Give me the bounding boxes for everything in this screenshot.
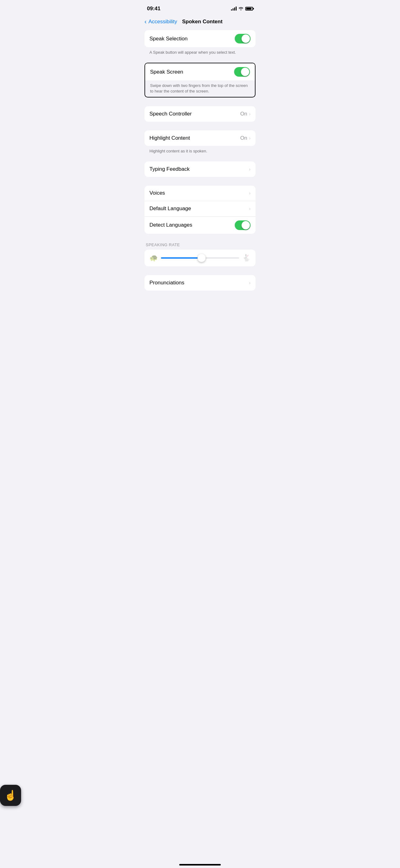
status-bar: 09:41: [139, 0, 261, 16]
speak-screen-group: Speak Screen Swipe down with two fingers…: [144, 63, 256, 97]
gap-3: [144, 180, 256, 186]
speak-screen-label: Speak Screen: [150, 69, 183, 75]
gap-1: [144, 100, 256, 106]
speaking-rate-track[interactable]: [161, 257, 239, 258]
pronunciations-right: ›: [249, 280, 251, 285]
speech-controller-label: Speech Controller: [149, 111, 192, 117]
detect-languages-toggle[interactable]: [235, 220, 251, 230]
typing-feedback-card: Typing Feedback ›: [144, 161, 256, 177]
speak-screen-card: Speak Screen: [145, 63, 255, 81]
back-button[interactable]: ‹ Accessibility: [144, 18, 177, 25]
typing-feedback-row[interactable]: Typing Feedback ›: [144, 161, 256, 177]
toggle-knob-detect: [241, 221, 250, 229]
nav-header: ‹ Accessibility Spoken Content: [139, 16, 261, 30]
voices-group: Voices › Default Language › Detect Langu…: [144, 186, 256, 234]
typing-feedback-label: Typing Feedback: [149, 166, 190, 172]
back-label: Accessibility: [148, 19, 177, 25]
speaking-rate-group: SPEAKING RATE 🐢 🐇: [144, 243, 256, 266]
typing-feedback-right: ›: [249, 167, 251, 172]
pronunciations-row[interactable]: Pronunciations ›: [144, 275, 256, 290]
highlight-content-footer: Highlight content as it is spoken.: [144, 146, 256, 159]
highlight-content-group: Highlight Content On › Highlight content…: [144, 130, 256, 159]
highlight-content-label: Highlight Content: [149, 135, 190, 141]
signal-icon: [231, 7, 237, 10]
default-language-label: Default Language: [149, 206, 191, 212]
pronunciations-card: Pronunciations ›: [144, 275, 256, 290]
chevron-right-icon-6: ›: [249, 280, 251, 285]
toggle-knob-screen: [241, 68, 249, 76]
voices-right: ›: [249, 191, 251, 195]
typing-feedback-group: Typing Feedback ›: [144, 161, 256, 177]
speaking-rate-slider-container: 🐢 🐇: [144, 250, 256, 266]
speak-screen-footer: Swipe down with two fingers from the top…: [145, 81, 255, 97]
chevron-right-icon: ›: [249, 112, 251, 116]
pronunciations-label: Pronunciations: [149, 280, 184, 286]
battery-icon: [245, 7, 253, 10]
page-title: Spoken Content: [182, 19, 222, 25]
speaking-rate-thumb[interactable]: [198, 254, 206, 262]
highlight-content-value: On: [240, 135, 247, 141]
voices-label: Voices: [149, 190, 165, 196]
gap-2: [144, 124, 256, 130]
slow-speed-icon: 🐢: [149, 254, 158, 262]
back-chevron-icon: ‹: [144, 18, 147, 25]
speaking-rate-fill: [161, 257, 202, 258]
speaking-rate-label: SPEAKING RATE: [144, 243, 256, 247]
speech-controller-group: Speech Controller On ›: [144, 106, 256, 122]
detect-languages-label: Detect Languages: [149, 222, 192, 228]
speak-selection-row[interactable]: Speak Selection: [144, 30, 256, 47]
voices-card: Voices › Default Language › Detect Langu…: [144, 186, 256, 234]
default-language-row[interactable]: Default Language ›: [144, 201, 256, 217]
status-time: 09:41: [147, 6, 160, 12]
speak-selection-footer: A Speak button will appear when you sele…: [144, 47, 256, 60]
toggle-knob: [241, 34, 250, 43]
speak-screen-section: Speak Screen Swipe down with two fingers…: [144, 63, 256, 97]
speak-selection-group: Speak Selection A Speak button will appe…: [144, 30, 256, 60]
speak-selection-label: Speak Selection: [149, 36, 188, 42]
voices-row[interactable]: Voices ›: [144, 186, 256, 201]
gap-4: [144, 236, 256, 243]
settings-content: Speak Selection A Speak button will appe…: [139, 30, 261, 318]
status-icons: [231, 6, 253, 11]
chevron-right-icon-2: ›: [249, 136, 251, 141]
speak-selection-card: Speak Selection: [144, 30, 256, 47]
speak-screen-toggle[interactable]: [234, 67, 250, 77]
fast-speed-icon: 🐇: [242, 254, 251, 262]
highlight-content-card: Highlight Content On ›: [144, 130, 256, 146]
speak-screen-row[interactable]: Speak Screen: [145, 63, 255, 81]
default-language-right: ›: [249, 206, 251, 211]
speech-controller-value: On: [240, 111, 247, 117]
highlight-content-right: On ›: [240, 135, 251, 141]
speech-controller-row[interactable]: Speech Controller On ›: [144, 106, 256, 122]
detect-languages-row[interactable]: Detect Languages: [144, 217, 256, 234]
wifi-icon: [238, 6, 243, 11]
bottom-spacer: [144, 293, 256, 318]
chevron-right-icon-3: ›: [249, 167, 251, 172]
pronunciations-group: Pronunciations ›: [144, 275, 256, 290]
speech-controller-right: On ›: [240, 111, 251, 117]
chevron-right-icon-4: ›: [249, 191, 251, 195]
chevron-right-icon-5: ›: [249, 206, 251, 211]
speech-controller-card: Speech Controller On ›: [144, 106, 256, 122]
highlight-content-row[interactable]: Highlight Content On ›: [144, 130, 256, 146]
speak-selection-toggle[interactable]: [235, 34, 251, 43]
gap-5: [144, 269, 256, 275]
